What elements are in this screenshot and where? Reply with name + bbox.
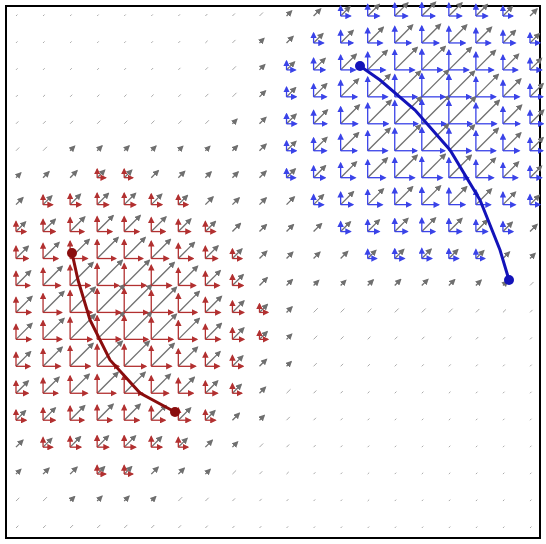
field-arrow xyxy=(151,95,153,97)
field-arrow xyxy=(449,280,455,286)
field-arrow xyxy=(232,498,235,501)
field-arrow xyxy=(314,363,317,366)
field-arrow xyxy=(341,336,344,339)
field-arrow xyxy=(16,68,18,70)
field-arrow xyxy=(287,417,290,420)
field-arrow xyxy=(368,158,388,178)
field-arrow xyxy=(43,147,47,151)
field-arrow xyxy=(287,114,297,124)
field-arrow xyxy=(530,337,532,339)
field-arrow xyxy=(151,14,153,16)
field-arrow xyxy=(205,172,211,178)
field-arrow xyxy=(259,359,266,366)
field-arrow xyxy=(178,171,184,177)
field-arrow xyxy=(422,364,424,366)
field-arrow xyxy=(368,309,372,313)
field-arrow xyxy=(422,500,423,501)
field-arrow xyxy=(151,287,176,312)
field-arrow xyxy=(341,162,357,178)
field-arrow xyxy=(422,96,450,124)
field-arrow xyxy=(395,419,397,421)
field-arrow xyxy=(530,34,539,43)
field-arrow xyxy=(124,170,132,178)
field-arrow xyxy=(530,500,531,501)
field-arrow xyxy=(259,305,267,313)
blue-end-dot xyxy=(504,275,514,285)
field-arrow xyxy=(368,527,369,528)
field-arrow xyxy=(287,472,289,474)
field-arrow xyxy=(124,95,126,97)
field-arrow xyxy=(476,527,477,528)
field-arrow xyxy=(368,364,370,366)
field-arrow xyxy=(205,323,221,339)
field-arrow xyxy=(476,419,477,420)
field-arrow xyxy=(178,14,180,16)
field-arrow xyxy=(476,158,496,178)
field-arrow xyxy=(16,15,17,16)
field-arrow xyxy=(449,446,450,447)
field-arrow xyxy=(178,121,181,124)
field-arrow xyxy=(530,527,531,528)
field-arrow xyxy=(287,252,293,258)
field-arrow xyxy=(422,124,449,151)
field-arrow xyxy=(476,100,500,124)
field-arrow xyxy=(314,445,316,447)
field-arrow xyxy=(503,252,510,259)
field-arrow xyxy=(395,47,417,69)
field-arrow xyxy=(124,525,127,528)
field-arrow xyxy=(43,15,44,16)
field-arrow xyxy=(16,526,18,528)
field-arrow xyxy=(422,337,425,340)
field-arrow xyxy=(341,54,357,70)
field-arrow xyxy=(503,54,519,70)
field-arrow xyxy=(422,249,431,258)
field-arrow xyxy=(232,413,239,420)
field-arrow xyxy=(395,3,408,16)
field-arrow xyxy=(314,390,317,393)
field-arrow xyxy=(97,41,99,43)
field-arrow xyxy=(287,197,295,205)
field-arrow xyxy=(70,146,74,150)
field-arrow xyxy=(422,309,426,313)
field-arrow xyxy=(16,440,23,447)
field-arrow xyxy=(341,105,360,124)
field-arrow xyxy=(16,271,31,286)
field-arrow xyxy=(314,137,327,150)
field-arrow xyxy=(476,50,496,70)
field-arrow xyxy=(503,473,504,474)
field-arrow xyxy=(287,62,295,70)
field-arrow xyxy=(97,525,100,528)
field-arrow xyxy=(16,95,18,97)
field-arrow xyxy=(449,3,462,16)
field-arrow xyxy=(503,309,506,312)
vector-field-plot xyxy=(0,0,546,544)
field-arrow xyxy=(16,173,21,178)
field-arrow xyxy=(314,499,316,501)
field-arrow xyxy=(341,7,350,16)
field-arrow xyxy=(43,291,64,312)
field-arrow xyxy=(232,301,244,313)
field-arrow xyxy=(449,419,450,420)
field-arrow xyxy=(368,280,374,286)
field-arrow xyxy=(70,194,80,204)
field-arrow xyxy=(476,220,488,232)
field-arrow xyxy=(287,499,289,501)
field-arrow xyxy=(503,7,512,16)
field-arrow xyxy=(287,141,296,150)
field-arrow xyxy=(503,79,521,97)
field-arrow xyxy=(449,47,471,69)
field-arrow xyxy=(205,296,221,312)
field-arrow xyxy=(178,94,180,96)
field-arrow xyxy=(259,39,263,43)
field-arrow xyxy=(259,471,262,474)
field-arrow xyxy=(151,374,170,393)
field-arrow xyxy=(43,172,49,178)
field-arrow xyxy=(43,243,59,259)
field-arrow xyxy=(151,406,166,421)
field-arrow xyxy=(422,24,441,43)
field-arrow xyxy=(124,41,126,43)
field-arrow xyxy=(449,527,450,528)
field-arrow xyxy=(395,473,396,474)
field-arrow xyxy=(287,11,292,16)
field-arrow xyxy=(205,94,208,97)
